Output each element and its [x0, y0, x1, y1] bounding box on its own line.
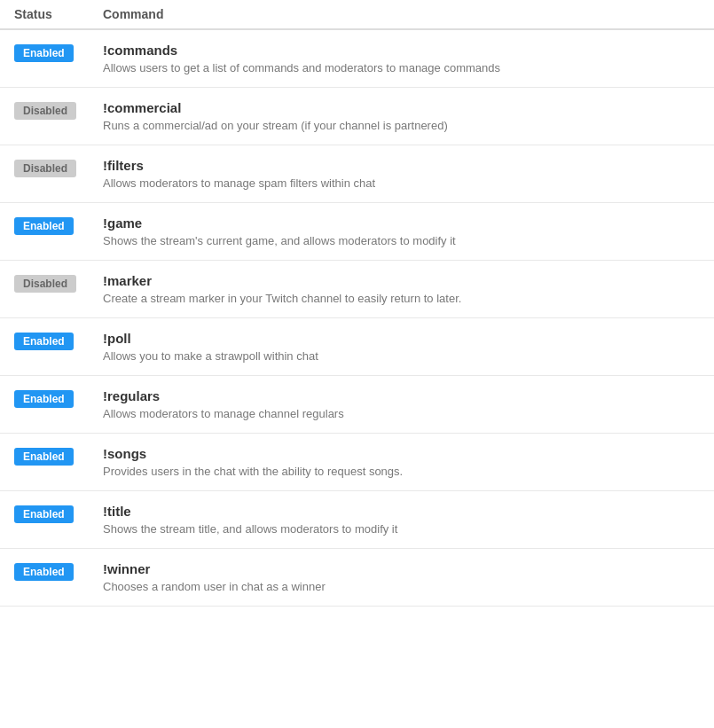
command-cell: !commercialRuns a commercial/ad on your … — [103, 100, 700, 132]
command-description: Create a stream marker in your Twitch ch… — [103, 292, 700, 305]
table-row: Disabled!markerCreate a stream marker in… — [0, 261, 714, 318]
command-cell: !filtersAllows moderators to manage spam… — [103, 158, 700, 190]
status-badge[interactable]: Disabled — [14, 160, 76, 177]
command-cell: !commandsAllows users to get a list of c… — [103, 43, 700, 74]
status-cell: Enabled — [14, 446, 103, 466]
command-name: !commercial — [103, 100, 700, 115]
status-cell: Enabled — [14, 43, 103, 62]
command-description: Provides users in the chat with the abil… — [103, 465, 700, 478]
table-row: Enabled!regularsAllows moderators to man… — [0, 376, 714, 434]
status-badge[interactable]: Enabled — [14, 217, 74, 235]
command-cell: !titleShows the stream title, and allows… — [103, 504, 700, 536]
header-status: Status — [14, 7, 103, 21]
command-description: Allows moderators to manage channel regu… — [103, 407, 700, 420]
status-badge[interactable]: Disabled — [14, 102, 76, 120]
command-description: Allows you to make a strawpoll within ch… — [103, 349, 700, 363]
header-command: Command — [103, 7, 700, 21]
command-description: Runs a commercial/ad on your stream (if … — [103, 119, 700, 132]
table-row: Enabled!songsProvides users in the chat … — [0, 434, 714, 491]
command-cell: !winnerChooses a random user in chat as … — [103, 561, 700, 593]
table-row: Enabled!pollAllows you to make a strawpo… — [0, 318, 714, 376]
status-cell: Disabled — [14, 100, 103, 120]
commands-list: Enabled!commandsAllows users to get a li… — [0, 30, 714, 607]
status-cell: Disabled — [14, 273, 103, 293]
command-name: !game — [103, 215, 700, 231]
command-description: Shows the stream title, and allows moder… — [103, 522, 700, 536]
status-badge[interactable]: Enabled — [14, 390, 74, 408]
command-name: !commands — [103, 43, 700, 58]
command-cell: !gameShows the stream's current game, an… — [103, 215, 700, 247]
status-badge[interactable]: Enabled — [14, 563, 74, 581]
table-row: Enabled!commandsAllows users to get a li… — [0, 30, 714, 88]
status-cell: Enabled — [14, 504, 103, 523]
status-cell: Enabled — [14, 215, 103, 235]
status-badge[interactable]: Enabled — [14, 505, 74, 523]
command-cell: !songsProvides users in the chat with th… — [103, 446, 700, 478]
table-row: Enabled!gameShows the stream's current g… — [0, 203, 714, 261]
status-badge[interactable]: Enabled — [14, 333, 74, 350]
command-name: !songs — [103, 446, 700, 461]
command-name: !winner — [103, 561, 700, 576]
status-cell: Enabled — [14, 561, 103, 581]
command-cell: !pollAllows you to make a strawpoll with… — [103, 331, 700, 363]
command-description: Allows users to get a list of commands a… — [103, 61, 700, 74]
table-row: Disabled!commercialRuns a commercial/ad … — [0, 88, 714, 145]
status-badge[interactable]: Enabled — [14, 448, 74, 466]
status-badge[interactable]: Disabled — [14, 275, 76, 293]
table-row: Enabled!winnerChooses a random user in c… — [0, 549, 714, 607]
status-badge[interactable]: Enabled — [14, 44, 74, 62]
command-description: Shows the stream's current game, and all… — [103, 234, 700, 247]
status-cell: Enabled — [14, 388, 103, 408]
command-cell: !markerCreate a stream marker in your Tw… — [103, 273, 700, 305]
command-description: Allows moderators to manage spam filters… — [103, 176, 700, 190]
command-name: !marker — [103, 273, 700, 288]
status-cell: Enabled — [14, 331, 103, 350]
command-name: !filters — [103, 158, 700, 173]
table-row: Enabled!titleShows the stream title, and… — [0, 491, 714, 549]
command-name: !regulars — [103, 388, 700, 403]
command-name: !title — [103, 504, 700, 519]
table-row: Disabled!filtersAllows moderators to man… — [0, 145, 714, 203]
command-name: !poll — [103, 331, 700, 346]
table-header: Status Command — [0, 0, 714, 30]
status-cell: Disabled — [14, 158, 103, 177]
command-description: Chooses a random user in chat as a winne… — [103, 580, 700, 593]
command-cell: !regularsAllows moderators to manage cha… — [103, 388, 700, 420]
